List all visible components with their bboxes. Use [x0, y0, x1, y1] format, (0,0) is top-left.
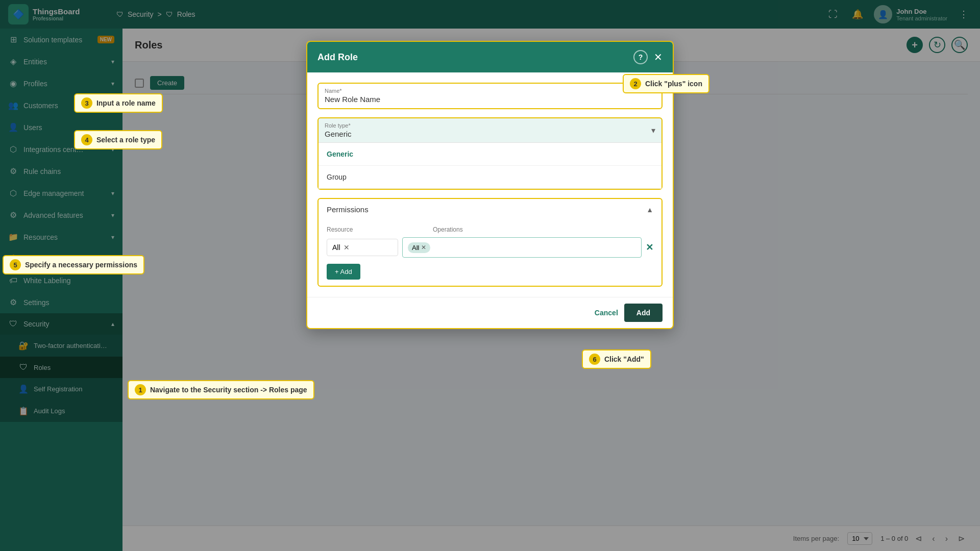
resource-chip: All ✕ [327, 239, 398, 256]
dialog-overlay: Add Role ? ✕ Name* Role type* [0, 0, 980, 551]
resource-col-header: Resource [327, 226, 429, 233]
name-field-wrapper: Name* [317, 83, 663, 109]
add-role-dialog: Add Role ? ✕ Name* Role type* [306, 41, 674, 329]
name-input[interactable] [325, 95, 655, 104]
permissions-title: Permissions [327, 205, 369, 214]
permissions-columns: Resource Operations [327, 226, 653, 233]
close-button[interactable]: ✕ [654, 51, 663, 63]
resource-chip-label: All [332, 243, 340, 252]
annotation-3: 3 Input a role name [74, 93, 163, 113]
help-button[interactable]: ? [633, 50, 648, 64]
option-group[interactable]: Group [318, 166, 662, 189]
dialog-header: Add Role ? ✕ [307, 42, 673, 72]
name-label: Name* [325, 88, 655, 94]
remove-operation-button[interactable]: ✕ [421, 244, 426, 251]
annotation-1: 1 Navigate to the Security section -> Ro… [128, 380, 314, 399]
chevron-down-icon: ▾ [651, 126, 655, 135]
permissions-body: Resource Operations All ✕ All ✕ [318, 220, 662, 286]
name-field-group: Name* [317, 83, 663, 109]
permissions-header[interactable]: Permissions ▲ [318, 199, 662, 220]
role-type-value: Generic [325, 130, 352, 138]
role-type-label: Role type* [325, 122, 352, 129]
op-chip-label: All [412, 244, 419, 252]
operations-area[interactable]: All ✕ [402, 237, 642, 258]
option-generic[interactable]: Generic [318, 143, 662, 166]
add-submit-button[interactable]: Add [624, 304, 663, 322]
collapse-icon: ▲ [646, 206, 653, 214]
remove-resource-button[interactable]: ✕ [344, 243, 350, 252]
annotation-5: 5 Specify a necessary permissions [3, 255, 144, 274]
operations-col-header: Operations [433, 226, 463, 233]
annotation-6: 6 Click "Add" [582, 349, 651, 369]
annotation-4: 4 Select a role type [74, 130, 162, 149]
operation-chip: All ✕ [408, 242, 430, 253]
dialog-title: Add Role [317, 52, 358, 63]
role-type-dropdown: Generic Group [318, 142, 662, 189]
add-permission-button[interactable]: + Add [327, 264, 360, 280]
role-type-wrapper: Role type* Generic ▾ Generic Group [317, 117, 663, 190]
annotation-2: 2 Click "plus" icon [623, 74, 709, 93]
dialog-header-actions: ? ✕ [633, 50, 663, 64]
dialog-body: Name* Role type* Generic ▾ Generic [307, 72, 673, 297]
role-type-field-group: Role type* Generic ▾ Generic Group [317, 117, 663, 190]
cancel-button[interactable]: Cancel [595, 309, 618, 317]
role-type-content: Role type* Generic [325, 122, 352, 138]
role-type-select[interactable]: Role type* Generic ▾ [318, 118, 662, 142]
permission-row: All ✕ All ✕ ✕ [327, 237, 653, 258]
dialog-footer: Cancel Add [307, 297, 673, 328]
remove-permission-row-button[interactable]: ✕ [646, 242, 653, 253]
permissions-section: Permissions ▲ Resource Operations All ✕ [317, 198, 663, 287]
